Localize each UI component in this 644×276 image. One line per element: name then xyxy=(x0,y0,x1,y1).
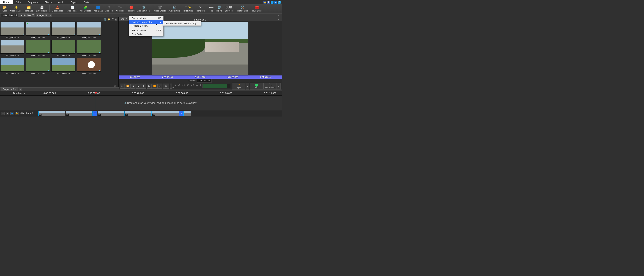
clip-thumbnail[interactable]: IMG_5090.mov xyxy=(0,58,24,74)
clip-thumbnail[interactable]: ✔IMG_0395.mov xyxy=(52,22,76,38)
lock-icon[interactable]: 🔓 xyxy=(15,112,19,115)
cursor-value[interactable]: 0:00:29.118 xyxy=(197,79,212,82)
next-frame-button[interactable]: ⏩ xyxy=(152,84,157,88)
add-objects-button[interactable]: 🧩Add Objects xyxy=(78,5,92,12)
solo-icon[interactable]: 👥 xyxy=(10,112,14,115)
record-context-menu[interactable]: Record Video...⌘RCapture Screenshot▶Reco… xyxy=(129,16,164,36)
facebook-icon[interactable]: f xyxy=(267,1,270,4)
bin-tab-audio[interactable]: Audio Files (1) xyxy=(19,13,36,17)
menu-over-video-[interactable]: Over Video... xyxy=(129,32,163,36)
transition-button[interactable]: ✕Transition xyxy=(195,5,206,12)
close-icon[interactable]: × xyxy=(15,88,16,90)
transition-clip[interactable]: ⧗ xyxy=(179,111,184,116)
timeline-clip[interactable]: FX xyxy=(152,111,179,116)
sequence-tab[interactable]: Sequence 1× xyxy=(1,88,18,91)
goto-start-button[interactable]: ⏮ xyxy=(120,84,125,88)
add-file-s--button[interactable]: 📄Add File(s) xyxy=(66,5,78,12)
menu-record-audio-[interactable]: Record Audio...⇧⌘R xyxy=(129,28,163,32)
capture-submenu[interactable]: Entire Desktop (3584 x 2240) xyxy=(163,21,201,26)
step-fwd-button[interactable]: ▶ xyxy=(146,84,152,88)
clip-thumbnail[interactable]: IMG_5086.mov xyxy=(52,40,76,56)
loop-button[interactable]: ⟳ xyxy=(141,84,146,88)
timeline-clip[interactable]: FX xyxy=(125,111,152,116)
delete-button[interactable]: 🗑️Delete xyxy=(215,5,224,12)
add-narration-button[interactable]: 🎙️Add Narration xyxy=(136,5,151,12)
twitter-icon[interactable]: t xyxy=(270,1,274,4)
collapse-icon[interactable]: — xyxy=(1,112,5,115)
jog-bar[interactable] xyxy=(202,84,230,88)
grid-view-icon[interactable]: ▦ xyxy=(115,18,117,21)
clip-thumbnail[interactable]: IMG_0408.mov xyxy=(0,40,24,56)
list-view-icon[interactable]: ☰ xyxy=(112,18,114,21)
help-icon[interactable]: ? xyxy=(278,1,281,4)
play-button[interactable]: ▶ xyxy=(136,84,141,88)
add-title-button[interactable]: T+Add Title xyxy=(115,5,125,12)
menu-capture-screenshot[interactable]: Capture Screenshot▶ xyxy=(129,20,163,24)
linkedin-icon[interactable]: in xyxy=(274,1,277,4)
save-project-button[interactable]: 💾Save Project xyxy=(35,5,49,12)
track-clips[interactable]: FX FX ⧗ FX FX FX ⧗ xyxy=(38,110,282,116)
preview-viewport[interactable] xyxy=(152,22,248,76)
menu-home[interactable]: Home xyxy=(0,0,13,4)
timeline-clip[interactable]: FX xyxy=(66,111,92,116)
clip-thumbnail[interactable]: ✔IMG_0373.mov xyxy=(0,22,24,38)
timeline-ruler[interactable]: Timeline▼ 0:00:20.000 0:00:30.000 0:00:4… xyxy=(0,91,282,96)
timeline-clip[interactable] xyxy=(184,111,191,116)
clip-thumbnail[interactable]: IMG_0403.mov xyxy=(77,22,101,38)
audio-effects-button[interactable]: 🔊Audio Effects xyxy=(167,5,182,12)
preview-expand-icon[interactable]: ⤢ xyxy=(278,18,281,21)
like-icon[interactable]: 👍 xyxy=(264,1,266,4)
menu-record-video-[interactable]: Record Video...⌘R xyxy=(129,16,163,20)
bin-tab-images[interactable]: Images (1) xyxy=(36,13,48,17)
add-blank-button[interactable]: 🟦Add Blank xyxy=(92,5,104,12)
overlay-track[interactable]: 📎 Drag and drop your video, text and ima… xyxy=(0,96,282,110)
timeline-ticks[interactable]: 0:00:20.000 0:00:30.000 0:00:40.000 0:00… xyxy=(38,92,282,94)
clip-thumbnail[interactable]: IMG_5092.mov xyxy=(52,58,76,74)
trash-icon[interactable]: 🗑️ xyxy=(104,18,106,21)
menu-audio[interactable]: Audio xyxy=(55,0,68,4)
bin-add-button[interactable]: + xyxy=(49,14,52,17)
submenu-entire-desktop[interactable]: Entire Desktop (3584 x 2240) xyxy=(163,22,201,26)
camera-icon[interactable]: 🎥 xyxy=(0,84,118,87)
menu-export[interactable]: Export xyxy=(68,0,81,4)
bin-tab-video[interactable]: Video Files (27) xyxy=(1,13,18,17)
add-sequence-button[interactable]: + xyxy=(19,88,22,91)
nch-suite-button[interactable]: 🧰NCH Suite xyxy=(251,5,263,12)
360-button[interactable]: ⬤360 xyxy=(250,83,263,90)
menu-effects[interactable]: Effects xyxy=(41,0,55,4)
video-track-2[interactable]: — 👁 👥 🔓 Video Track 2 FX FX ⧗ FX FX FX ⧗ xyxy=(0,110,282,116)
preferences-button[interactable]: 🛠️Preferences xyxy=(236,5,249,12)
timeline-mode[interactable]: Timeline▼ xyxy=(0,91,38,96)
clip-thumbnail[interactable]: IMG_5091.mov xyxy=(26,58,50,74)
prev-frame-button[interactable]: ⏪ xyxy=(125,84,130,88)
subtitles-button[interactable]: SUBSubtitles xyxy=(224,5,234,12)
expand-icon[interactable]: ⤢ xyxy=(278,14,281,17)
fullscreen-button[interactable]: ⛶Full Screen xyxy=(264,83,277,90)
record-button[interactable]: 🔴Record xyxy=(127,5,136,12)
clip-thumbnail[interactable]: IMG_5093.mov xyxy=(77,58,101,74)
text-effects-button[interactable]: T✨Text Effects xyxy=(182,5,195,12)
goto-end-button[interactable]: ⏭ xyxy=(158,84,162,88)
clip-thumbnail[interactable]: ✔IMG_0388.mov xyxy=(26,22,50,38)
jog-shuttle[interactable]: -42 -36 -30 -24 -18 -12 -6 0 xyxy=(172,84,232,88)
open-button[interactable]: 📂Open xyxy=(1,5,9,12)
trim-button[interactable]: ⟷Trim xyxy=(208,5,215,12)
transition-clip[interactable]: ⧗ xyxy=(93,111,98,116)
split-dropdown[interactable]: ▾ xyxy=(246,83,250,90)
add-media-icon[interactable]: 📁 xyxy=(108,18,110,21)
preview-ruler[interactable]: 0:00:20.000 0:00:30.000 0:00:40.000 0:00… xyxy=(118,76,282,79)
visibility-icon[interactable]: 👁 xyxy=(6,112,9,115)
menu-suite[interactable]: Suite xyxy=(81,0,92,4)
speed-dropdown[interactable]: ▾ xyxy=(170,84,172,88)
menu-record-screen-[interactable]: Record Screen... xyxy=(129,24,163,28)
clip-thumbnail[interactable]: IMG_5085.mov xyxy=(26,40,50,56)
clip-thumbnail[interactable]: IMG_5087.mov xyxy=(77,40,101,56)
export-video-button[interactable]: 📤Export Video xyxy=(50,5,64,12)
chevron-down-icon[interactable]: ▼ xyxy=(24,92,25,94)
menu-sequence[interactable]: Sequence xyxy=(24,0,42,4)
split-button[interactable]: ✂Split xyxy=(232,83,246,90)
templates-button[interactable]: 🗂️Templates xyxy=(23,5,34,12)
add-text-button[interactable]: TAdd Text xyxy=(104,5,115,12)
video-maker-button[interactable]: ✨Video Maker xyxy=(9,5,23,12)
video-effects-button[interactable]: 🎬Video Effects xyxy=(153,5,167,12)
